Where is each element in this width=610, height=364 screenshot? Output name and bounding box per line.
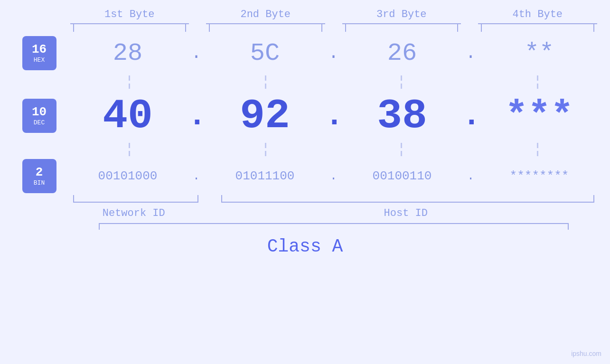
class-label: Class A (267, 236, 343, 257)
dec-b2: 92 (240, 93, 290, 140)
host-id-label: Host ID (384, 207, 428, 219)
dec-dot-1: . (188, 98, 207, 134)
network-id-label: Network ID (103, 207, 165, 219)
bin-b2: 01011100 (235, 169, 295, 183)
byte-header-3: 3rd Byte (376, 9, 427, 20)
main-container: 1st Byte 2nd Byte 3rd Byte 4th Byte 16 H… (0, 0, 610, 364)
bin-dot-2: . (330, 169, 338, 183)
dec-dot-2: . (325, 98, 344, 134)
hex-b3: 26 (387, 39, 417, 67)
bin-b1: 00101000 (98, 169, 158, 183)
dec-badge: 10 DEC (22, 99, 56, 133)
hex-b4: ** (525, 39, 554, 67)
byte-header-1: 1st Byte (104, 9, 155, 20)
hex-dot-2: . (328, 44, 339, 63)
bin-dot-3: . (467, 169, 475, 183)
byte-header-2: 2nd Byte (240, 9, 291, 20)
hex-b1: 28 (113, 39, 142, 67)
hex-dot-3: . (466, 44, 476, 63)
bin-b3: 00100110 (373, 169, 432, 183)
hex-dot-1: . (191, 44, 202, 63)
bin-badge: 2 BIN (22, 159, 56, 193)
dec-dot-3: . (462, 98, 481, 134)
hex-b2: 5C (250, 39, 280, 67)
byte-header-4: 4th Byte (512, 9, 563, 20)
dec-b1: 40 (103, 93, 153, 140)
dec-b3: 38 (377, 93, 427, 140)
bin-b4: ******** (510, 169, 569, 183)
hex-badge: 16 HEX (22, 36, 56, 70)
bin-dot-1: . (193, 169, 200, 183)
watermark: ipshu.com (571, 350, 601, 357)
dec-b4: *** (505, 94, 573, 138)
